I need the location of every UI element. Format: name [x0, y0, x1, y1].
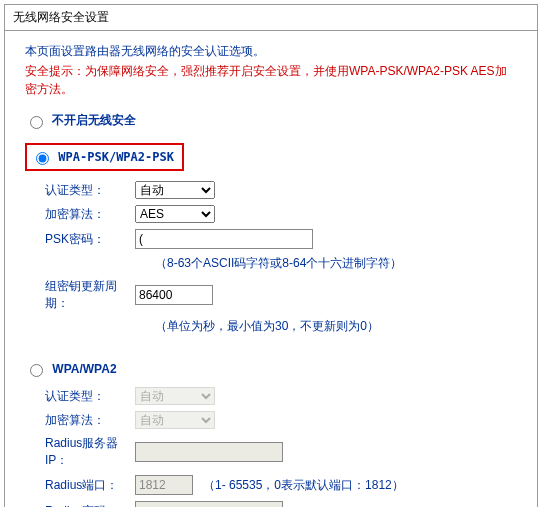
radio-disable-label: 不开启无线安全 [52, 113, 136, 127]
radius-ip-label: Radius服务器IP： [25, 435, 135, 469]
option-wpa-row: WPA/WPA2 [25, 361, 517, 377]
radius-port-row: Radius端口： （1- 65535，0表示默认端口：1812） [25, 475, 517, 495]
radius-ip-row: Radius服务器IP： [25, 435, 517, 469]
option-disable-row: 不开启无线安全 [25, 112, 517, 129]
radio-disable[interactable] [30, 116, 43, 129]
radio-wpa-label: WPA/WPA2 [52, 362, 116, 376]
psk-enc-row: 加密算法： AES [25, 205, 517, 223]
psk-highlight-box: WPA-PSK/WPA2-PSK [25, 143, 184, 171]
psk-pw-label: PSK密码： [25, 231, 135, 248]
wpa-enc-row: 加密算法： 自动 [25, 411, 517, 429]
psk-group-hint: （单位为秒，最小值为30，不更新则为0） [155, 318, 517, 335]
psk-auth-label: 认证类型： [25, 182, 135, 199]
radius-port-label: Radius端口： [25, 477, 135, 494]
psk-pw-row: PSK密码： [25, 229, 517, 249]
wpa-auth-select[interactable]: 自动 [135, 387, 215, 405]
psk-enc-select[interactable]: AES [135, 205, 215, 223]
radius-port-input[interactable] [135, 475, 193, 495]
panel-title: 无线网络安全设置 [5, 5, 537, 31]
radio-psk-label: WPA-PSK/WPA2-PSK [58, 150, 174, 164]
intro-text: 本页面设置路由器无线网络的安全认证选项。 [25, 43, 517, 60]
psk-pw-hint: （8-63个ASCII码字符或8-64个十六进制字符） [155, 255, 517, 272]
psk-group-label: 组密钥更新周期： [25, 278, 135, 312]
radius-pw-label: Radius密码： [25, 503, 135, 508]
security-warning: 安全提示：为保障网络安全，强烈推荐开启安全设置，并使用WPA-PSK/WPA2-… [25, 62, 517, 98]
radius-port-hint: （1- 65535，0表示默认端口：1812） [203, 477, 404, 494]
panel-content: 本页面设置路由器无线网络的安全认证选项。 安全提示：为保障网络安全，强烈推荐开启… [5, 31, 537, 507]
radius-ip-input[interactable] [135, 442, 283, 462]
wpa-enc-label: 加密算法： [25, 412, 135, 429]
radio-psk[interactable] [36, 152, 49, 165]
wpa-auth-label: 认证类型： [25, 388, 135, 405]
radius-pw-row: Radius密码： [25, 501, 517, 507]
option-psk-row: WPA-PSK/WPA2-PSK [25, 143, 517, 171]
radio-wpa[interactable] [30, 364, 43, 377]
psk-group-input[interactable] [135, 285, 213, 305]
psk-pw-input[interactable] [135, 229, 313, 249]
radius-pw-input[interactable] [135, 501, 283, 507]
psk-auth-select[interactable]: 自动 [135, 181, 215, 199]
psk-enc-label: 加密算法： [25, 206, 135, 223]
wireless-security-panel: 无线网络安全设置 本页面设置路由器无线网络的安全认证选项。 安全提示：为保障网络… [4, 4, 538, 507]
psk-group-row: 组密钥更新周期： [25, 278, 517, 312]
wpa-auth-row: 认证类型： 自动 [25, 387, 517, 405]
wpa-enc-select[interactable]: 自动 [135, 411, 215, 429]
psk-auth-row: 认证类型： 自动 [25, 181, 517, 199]
